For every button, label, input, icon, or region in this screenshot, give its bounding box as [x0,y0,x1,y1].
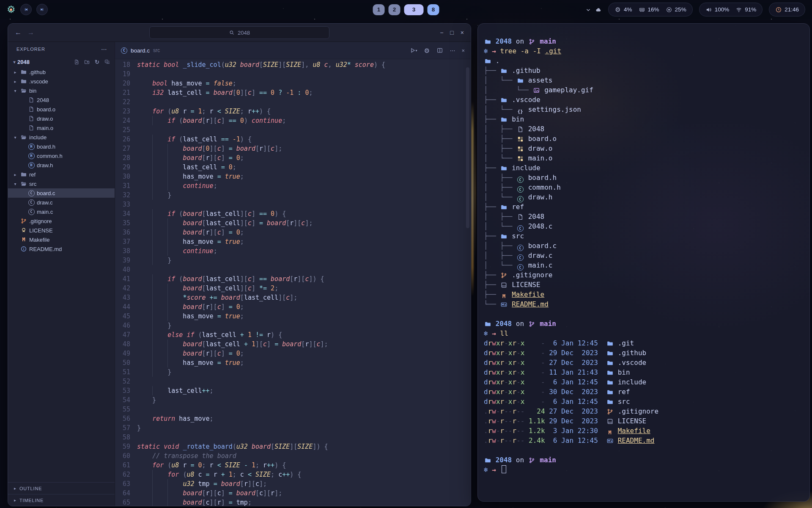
code-line-59[interactable]: 59static void _rotate_board(u32 board[SI… [115,442,471,451]
code-line-27[interactable]: 27 board[0][c] = board[r][c]; [115,144,471,153]
code-line-54[interactable]: 54 } [115,395,471,405]
explorer-item-include[interactable]: ▾include [8,133,115,142]
explorer-item-main.o[interactable]: main.o [8,123,115,133]
explorer-item-.github[interactable]: ▸.github [8,67,115,77]
code-line-19[interactable]: 19 [115,69,471,79]
media-next-button[interactable] [36,4,48,15]
code-line-57[interactable]: 57} [115,423,471,433]
terminal-window[interactable]: 2048 on main❄ → tree -a -I .git .├── .gi… [477,23,810,502]
terminal-input-line[interactable]: ❄ → [484,465,803,475]
explorer-item-2048[interactable]: 2048 [8,95,115,105]
explorer-item-draw.o[interactable]: draw.o [8,114,115,123]
new-file-icon[interactable] [74,59,80,65]
code-line-53[interactable]: 53 last_cell++; [115,386,471,395]
run-button[interactable]: ▾ [409,47,417,54]
code-line-28[interactable]: 28 board[r][c] = 0; [115,153,471,163]
code-line-56[interactable]: 56 return has_move; [115,414,471,423]
workspace-8[interactable]: 8 [428,4,439,15]
code-line-32[interactable]: 32 } [115,190,471,200]
explorer-item-Makefile[interactable]: MMakefile [8,235,115,244]
code-line-31[interactable]: 31 continue; [115,181,471,190]
code-line-61[interactable]: 61 for (u8 r = 0; r < SIZE - 1; r++) { [115,461,471,470]
code-line-35[interactable]: 35 board[last_cell][c] = board[r][c]; [115,218,471,228]
code-line-37[interactable]: 37 has_move = true; [115,237,471,246]
code-line-34[interactable]: 34 if (board[last_cell][c] == 0) { [115,209,471,218]
explorer-item-board.o[interactable]: board.o [8,105,115,114]
explorer-item-README.md[interactable]: README.md [8,244,115,254]
explorer-item-LICENSE[interactable]: LICENSE [8,226,115,235]
code-line-38[interactable]: 38 continue; [115,246,471,256]
distro-logo-icon[interactable]: ⚙ [7,5,16,14]
code-line-41[interactable]: 41 if (board[last_cell][c] == board[r][c… [115,274,471,284]
workspace-1[interactable]: 1 [373,4,385,15]
code-line-45[interactable]: 45 has_move = true; [115,312,471,321]
wifi-stat[interactable]: 91% [735,6,756,13]
explorer-item-ref[interactable]: ▸ref [8,170,115,179]
code-line-50[interactable]: 50 has_move = true; [115,358,471,367]
code-line-25[interactable]: 25 [115,125,471,135]
explorer-item-draw.h[interactable]: Hdraw.h [8,160,115,170]
explorer-item-main.c[interactable]: Cmain.c [8,207,115,216]
vscode-titlebar[interactable]: ← → 2048 − □ × [8,24,471,42]
refresh-icon[interactable]: ↻ [94,59,100,65]
minimize-button[interactable]: − [440,29,443,36]
explorer-item-.gitignore[interactable]: .gitignore [8,216,115,226]
workspace-2[interactable]: 2 [389,4,401,15]
media-prev-button[interactable] [20,4,32,15]
tab-board.c[interactable]: C board.c src [121,47,160,54]
code-line-42[interactable]: 42 board[last_cell][c] *= 2; [115,284,471,293]
memory-stat[interactable]: 16% [639,6,659,13]
code-line-39[interactable]: 39 } [115,256,471,265]
code-line-60[interactable]: 60 // transpose the board [115,451,471,461]
gear-icon[interactable]: ⚙ [423,47,430,54]
more-actions-icon[interactable]: ⋯ [450,47,455,54]
code-line-18[interactable]: 18static bool _slide_col(u32 board[SIZE]… [115,60,471,69]
code-line-40[interactable]: 40 [115,265,471,274]
explorer-item-.vscode[interactable]: ▸.vscode [8,77,115,86]
new-folder-icon[interactable] [84,59,90,65]
code-line-33[interactable]: 33 [115,200,471,209]
code-line-65[interactable]: 65 board[c][r] = tmp; [115,498,471,506]
cpu-stat[interactable]: ⚙ 4% [614,6,632,13]
code-line-29[interactable]: 29 last_cell = 0; [115,163,471,172]
code-line-64[interactable]: 64 board[r][c] = board[c][r]; [115,489,471,498]
code-line-51[interactable]: 51 } [115,367,471,377]
code-line-30[interactable]: 30 has_move = true; [115,172,471,181]
back-arrow-icon[interactable]: ← [15,29,22,36]
editor-scrollbar[interactable] [466,67,469,228]
weather-widget[interactable] [585,6,602,13]
code-line-21[interactable]: 21 i32 last_cell = board[0][c] == 0 ? -1… [115,88,471,97]
explorer-item-board.h[interactable]: Hboard.h [8,142,115,151]
code-line-23[interactable]: 23 for (u8 r = 1; r < SIZE; r++) { [115,107,471,116]
workspace-3[interactable]: 3 [404,4,424,15]
code-line-52[interactable]: 52 [115,377,471,386]
close-button[interactable]: × [461,29,464,36]
code-line-58[interactable]: 58 [115,433,471,442]
code-line-24[interactable]: 24 if (board[r][c] == 0) continue; [115,116,471,125]
close-editor-icon[interactable]: × [461,47,465,54]
code-line-22[interactable]: 22 [115,97,471,107]
disk-stat[interactable]: 25% [666,6,686,13]
maximize-button[interactable]: □ [450,29,453,36]
forward-arrow-icon[interactable]: → [27,29,34,36]
code-line-43[interactable]: 43 *score += board[last_cell][c]; [115,293,471,302]
code-line-62[interactable]: 62 for (u8 c = r + 1; c < SIZE; c++) { [115,470,471,479]
panel-outline[interactable]: ▸OUTLINE [8,482,115,494]
code-editor[interactable]: 18static bool _slide_col(u32 board[SIZE]… [115,59,471,506]
code-line-49[interactable]: 49 board[r][c] = 0; [115,349,471,358]
explorer-root-folder[interactable]: ▾ 2048 ↻ [8,56,115,67]
code-line-47[interactable]: 47 else if (last_cell + 1 != r) { [115,330,471,340]
explorer-item-common.h[interactable]: Hcommon.h [8,151,115,160]
explorer-item-draw.c[interactable]: Cdraw.c [8,198,115,207]
more-actions-icon[interactable]: ⋯ [101,46,107,52]
clock-widget[interactable]: 21:46 [769,3,805,17]
collapse-folders-icon[interactable] [104,59,110,65]
code-line-46[interactable]: 46 } [115,321,471,330]
explorer-item-src[interactable]: ▾src [8,179,115,188]
explorer-item-board.c[interactable]: Cboard.c [8,188,115,198]
volume-stat[interactable]: 100% [705,6,730,13]
code-line-26[interactable]: 26 if (last_cell == -1) { [115,135,471,144]
code-line-63[interactable]: 63 u32 tmp = board[r][c]; [115,479,471,489]
code-line-20[interactable]: 20 bool has_move = false; [115,79,471,88]
code-line-36[interactable]: 36 board[r][c] = 0; [115,228,471,237]
